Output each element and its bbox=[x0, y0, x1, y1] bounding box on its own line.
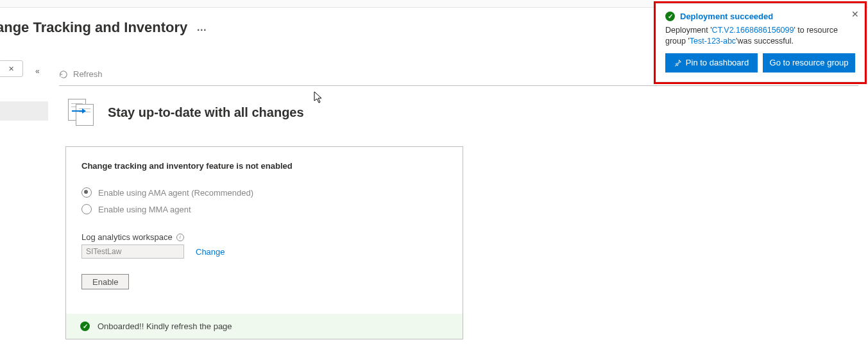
toast-highlight-box: ✓ Deployment succeeded ✕ Deployment 'CT.… bbox=[654, 1, 867, 84]
success-check-icon: ✓ bbox=[80, 321, 90, 331]
toast-text: 'was successful. bbox=[736, 37, 794, 46]
hero-row: Stay up-to-date with all changes bbox=[68, 99, 858, 126]
toast-body: Deployment 'CT.V2.1668686156099' to reso… bbox=[665, 25, 855, 47]
pin-icon bbox=[674, 59, 682, 67]
page-title-text: ange Tracking and Inventory bbox=[0, 19, 187, 36]
card-heading: Change tracking and inventory feature is… bbox=[81, 161, 447, 171]
radio-icon bbox=[81, 204, 92, 214]
close-button[interactable]: ✕ bbox=[0, 60, 23, 77]
status-message: Onboarded!! Kindly refresh the page bbox=[98, 321, 232, 331]
status-bar: ✓ Onboarded!! Kindly refresh the page bbox=[66, 314, 463, 339]
hero-title: Stay up-to-date with all changes bbox=[108, 105, 304, 120]
toast-title-row: ✓ Deployment succeeded bbox=[665, 12, 855, 21]
pin-to-dashboard-button[interactable]: Pin to dashboard bbox=[665, 53, 758, 73]
close-icon[interactable]: ✕ bbox=[851, 9, 859, 19]
ellipsis-icon[interactable]: … bbox=[196, 22, 208, 33]
success-check-icon: ✓ bbox=[665, 12, 675, 21]
toast-title[interactable]: Deployment succeeded bbox=[680, 12, 773, 21]
resource-group-link[interactable]: Test-123-abc bbox=[690, 37, 736, 46]
radio-ama[interactable]: Enable using AMA agent (Recommended) bbox=[81, 187, 447, 198]
workspace-label: Log analytics workspace bbox=[81, 232, 173, 242]
deployment-link[interactable]: CT.V2.1668686156099 bbox=[712, 26, 794, 35]
sidebar-selected-row[interactable] bbox=[0, 101, 48, 121]
workspace-label-row: Log analytics workspace i bbox=[81, 232, 447, 242]
toast-buttons: Pin to dashboard Go to resource group bbox=[665, 53, 855, 73]
info-icon[interactable]: i bbox=[176, 234, 184, 241]
goto-resource-group-button[interactable]: Go to resource group bbox=[763, 53, 855, 73]
enable-card: Change tracking and inventory feature is… bbox=[65, 146, 463, 339]
goto-button-label: Go to resource group bbox=[770, 58, 849, 67]
deployment-toast: ✓ Deployment succeeded ✕ Deployment 'CT.… bbox=[656, 3, 865, 82]
radio-icon bbox=[81, 187, 92, 198]
enable-button[interactable]: Enable bbox=[81, 274, 129, 289]
toast-text: Deployment ' bbox=[665, 26, 712, 35]
workspace-input-row: Change bbox=[81, 244, 447, 259]
radio-label: Enable using MMA agent bbox=[98, 205, 191, 214]
radio-mma[interactable]: Enable using MMA agent bbox=[81, 204, 447, 214]
refresh-icon bbox=[59, 70, 68, 79]
side-panel-stub: ✕ bbox=[0, 60, 48, 77]
change-tracking-icon bbox=[68, 99, 96, 126]
refresh-label: Refresh bbox=[73, 69, 103, 79]
workspace-input[interactable] bbox=[81, 244, 184, 259]
radio-label: Enable using AMA agent (Recommended) bbox=[98, 188, 253, 198]
toolbar-divider bbox=[59, 85, 858, 86]
pin-button-label: Pin to dashboard bbox=[686, 58, 749, 67]
change-link[interactable]: Change bbox=[196, 247, 225, 257]
main-content: Refresh Stay up-to-date with all changes… bbox=[59, 69, 858, 351]
collapse-chevron-icon[interactable]: « bbox=[35, 67, 40, 76]
